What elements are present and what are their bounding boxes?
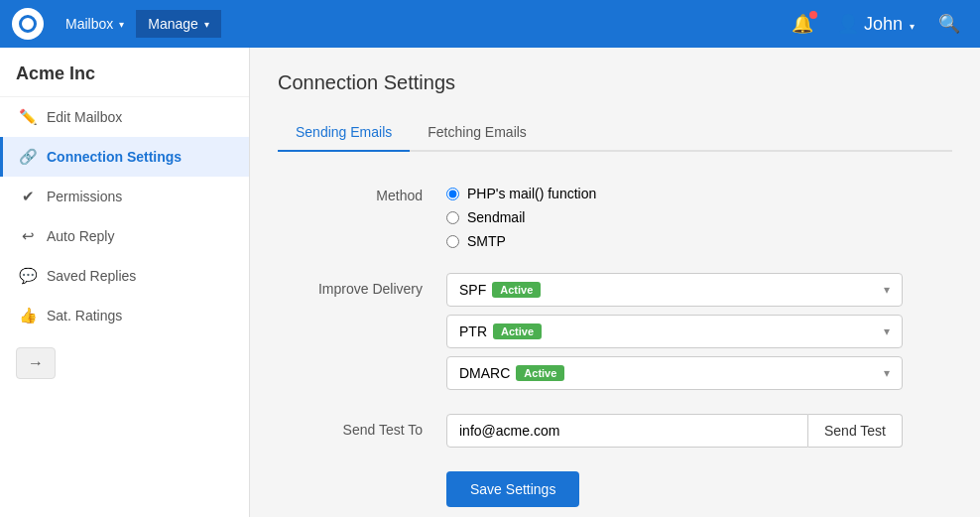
radio-php-mail-label: PHP's mail() function bbox=[467, 186, 596, 201]
save-control: Save Settings bbox=[446, 471, 952, 507]
mailbox-chevron: ▾ bbox=[119, 19, 124, 30]
radio-sendmail-input[interactable] bbox=[446, 211, 459, 224]
manage-chevron: ▾ bbox=[204, 19, 209, 30]
sidebar-item-permissions[interactable]: ✔ Permissions bbox=[0, 177, 249, 216]
company-name: Acme Inc bbox=[0, 48, 249, 97]
ptr-chevron-icon: ▾ bbox=[884, 324, 890, 338]
edit-mailbox-icon: ✏️ bbox=[19, 108, 37, 126]
mailbox-menu[interactable]: Mailbox ▾ bbox=[54, 10, 136, 38]
mailbox-label: Mailbox bbox=[65, 16, 113, 32]
tab-sending-emails[interactable]: Sending Emails bbox=[278, 114, 410, 152]
radio-smtp-label: SMTP bbox=[467, 233, 506, 249]
radio-sendmail-label: Sendmail bbox=[467, 209, 525, 225]
connection-settings-icon: 🔗 bbox=[19, 148, 37, 166]
radio-php-mail-input[interactable] bbox=[446, 188, 459, 200]
search-button[interactable]: 🔍 bbox=[930, 9, 968, 39]
user-menu-button[interactable]: 👤 John ▾ bbox=[829, 9, 922, 39]
method-options: PHP's mail() function Sendmail SMTP bbox=[446, 180, 952, 249]
spf-chevron-icon: ▾ bbox=[884, 283, 890, 297]
radio-smtp[interactable]: SMTP bbox=[446, 233, 952, 249]
ptr-badge: Active bbox=[493, 323, 542, 339]
send-test-wrapper: Send Test bbox=[446, 414, 903, 448]
radio-sendmail[interactable]: Sendmail bbox=[446, 209, 952, 225]
sidebar-item-label-auto-reply: Auto Reply bbox=[47, 228, 114, 244]
page-title: Connection Settings bbox=[278, 71, 952, 94]
improve-delivery-label: Improve Delivery bbox=[278, 273, 446, 297]
sidebar-item-label-edit-mailbox: Edit Mailbox bbox=[47, 109, 122, 125]
auto-reply-icon: ↩ bbox=[19, 227, 37, 245]
main-content: Connection Settings Sending Emails Fetch… bbox=[250, 48, 980, 517]
dmarc-select[interactable]: DMARC Active ▾ bbox=[446, 356, 903, 390]
improve-delivery-row: Improve Delivery SPF Active ▾ PTR bbox=[278, 273, 952, 390]
sat-ratings-icon: 👍 bbox=[19, 307, 37, 324]
sidebar-item-sat-ratings[interactable]: 👍 Sat. Ratings bbox=[0, 296, 249, 335]
user-name: John bbox=[864, 14, 903, 34]
dmarc-label: DMARC bbox=[459, 365, 510, 381]
sidebar-item-connection-settings[interactable]: 🔗 Connection Settings bbox=[0, 137, 249, 177]
delivery-options: SPF Active ▾ PTR Active ▾ bbox=[446, 273, 952, 390]
sidebar-item-edit-mailbox[interactable]: ✏️ Edit Mailbox bbox=[0, 97, 249, 137]
radio-php-mail[interactable]: PHP's mail() function bbox=[446, 186, 952, 201]
send-test-control: Send Test bbox=[446, 414, 952, 448]
send-test-row: Send Test To Send Test bbox=[278, 414, 952, 448]
sidebar-collapse-button[interactable]: → bbox=[16, 347, 56, 379]
top-navigation: Mailbox ▾ Manage ▾ 🔔 👤 John ▾ 🔍 bbox=[0, 0, 980, 48]
sidebar-item-auto-reply[interactable]: ↩ Auto Reply bbox=[0, 216, 249, 256]
dmarc-chevron-icon: ▾ bbox=[884, 366, 890, 380]
notification-badge bbox=[809, 11, 817, 19]
send-test-button[interactable]: Send Test bbox=[808, 414, 903, 448]
delivery-group: SPF Active ▾ PTR Active ▾ bbox=[446, 273, 952, 390]
spf-label: SPF bbox=[459, 282, 486, 298]
save-label-spacer bbox=[278, 471, 446, 479]
manage-menu[interactable]: Manage ▾ bbox=[136, 10, 221, 38]
ptr-select[interactable]: PTR Active ▾ bbox=[446, 315, 903, 348]
dmarc-badge: Active bbox=[516, 365, 564, 381]
save-row: Save Settings bbox=[278, 471, 952, 507]
method-label: Method bbox=[278, 180, 446, 203]
sidebar-item-label-connection-settings: Connection Settings bbox=[47, 149, 182, 165]
sidebar-item-saved-replies[interactable]: 💬 Saved Replies bbox=[0, 256, 249, 296]
ptr-label: PTR bbox=[459, 323, 487, 339]
notifications-button[interactable]: 🔔 bbox=[784, 9, 821, 39]
spf-badge: Active bbox=[492, 282, 541, 298]
method-radio-group: PHP's mail() function Sendmail SMTP bbox=[446, 180, 952, 249]
sidebar: Acme Inc ✏️ Edit Mailbox 🔗 Connection Se… bbox=[0, 48, 250, 517]
manage-label: Manage bbox=[148, 16, 198, 32]
sidebar-item-label-sat-ratings: Sat. Ratings bbox=[47, 308, 122, 323]
send-test-label: Send Test To bbox=[278, 414, 446, 438]
app-logo bbox=[12, 8, 44, 40]
spf-select[interactable]: SPF Active ▾ bbox=[446, 273, 903, 307]
sidebar-item-label-permissions: Permissions bbox=[47, 189, 122, 204]
sidebar-item-label-saved-replies: Saved Replies bbox=[47, 268, 136, 284]
save-settings-button[interactable]: Save Settings bbox=[446, 471, 579, 507]
radio-smtp-input[interactable] bbox=[446, 235, 459, 248]
permissions-icon: ✔ bbox=[19, 188, 37, 205]
method-row: Method PHP's mail() function Sendmail SM… bbox=[278, 180, 952, 249]
user-chevron: ▾ bbox=[910, 21, 915, 32]
tab-bar: Sending Emails Fetching Emails bbox=[278, 114, 952, 152]
saved-replies-icon: 💬 bbox=[19, 267, 37, 285]
send-test-input[interactable] bbox=[446, 414, 808, 448]
tab-fetching-emails[interactable]: Fetching Emails bbox=[410, 114, 545, 152]
